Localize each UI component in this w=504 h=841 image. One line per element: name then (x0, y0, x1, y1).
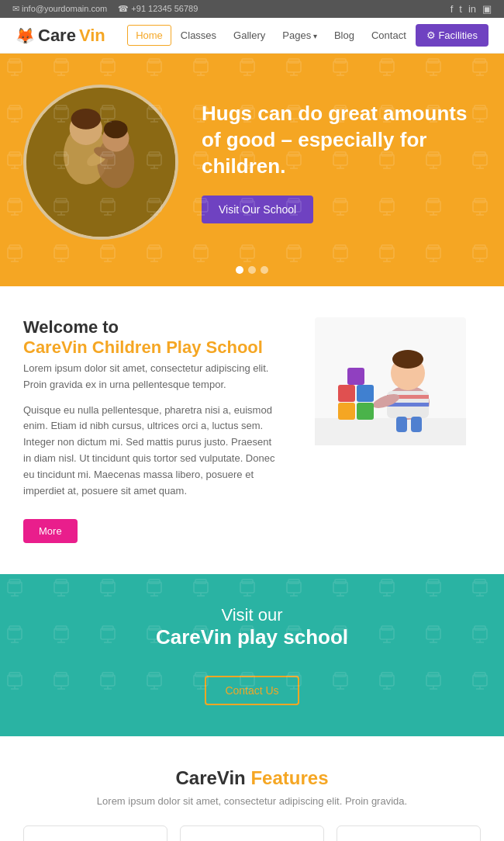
teal-heading-plain: Visit our (221, 605, 282, 625)
top-bar-contact: ✉ info@yourdomain.com ☎ +91 12345 56789 (12, 4, 198, 14)
svg-rect-29 (347, 368, 364, 385)
navbar: 🦊 CareVin Home Classes Gallery Pages Blo… (0, 18, 504, 54)
welcome-heading: Welcome to CareVin Children Play School (23, 317, 277, 358)
svg-rect-21 (411, 417, 422, 432)
features-heading-colored: Features (250, 767, 328, 788)
features-subtitle: Lorem ipsum dolor sit amet, consectetur … (23, 795, 481, 807)
hero-image (23, 85, 178, 240)
facebook-icon[interactable]: f (450, 3, 454, 15)
hero-dot-3[interactable] (261, 266, 268, 274)
hero-dot-2[interactable] (248, 266, 256, 274)
logo-vin: Vin (79, 26, 105, 46)
welcome-section: Welcome to CareVin Children Play School … (0, 286, 504, 574)
more-button[interactable]: More (23, 519, 78, 543)
nav-links: Home Classes Gallery Pages Blog Contact … (127, 24, 488, 47)
visit-school-button[interactable]: Visit Our School (202, 196, 313, 223)
hero-dots (236, 266, 268, 274)
nav-blog[interactable]: Blog (326, 26, 362, 45)
social-links: f t in ▣ (450, 3, 492, 15)
features-heading-plain: CareVin (176, 767, 246, 788)
twitter-icon[interactable]: t (459, 3, 462, 15)
email[interactable]: ✉ info@yourdomain.com (12, 4, 107, 14)
hero-heading: Hugs can do great amounts of good – espe… (202, 101, 481, 179)
logo-icon: 🦊 (16, 26, 35, 45)
top-bar: ✉ info@yourdomain.com ☎ +91 12345 56789 … (0, 0, 504, 18)
hero-dot-1[interactable] (236, 266, 243, 274)
svg-rect-25 (338, 403, 355, 420)
logo[interactable]: 🦊 CareVin (16, 26, 105, 46)
teal-heading-bold: CareVin play school (23, 625, 481, 649)
nav-classes[interactable]: Classes (173, 26, 224, 45)
linkedin-icon[interactable]: in (468, 3, 476, 15)
svg-point-11 (104, 120, 128, 138)
facilities-button[interactable]: Facilities (416, 24, 488, 47)
svg-point-10 (71, 109, 101, 130)
phone[interactable]: ☎ +91 12345 56789 (118, 4, 198, 14)
welcome-heading-plain: Welcome to (23, 317, 277, 337)
logo-care: Care (38, 26, 76, 46)
teal-banner: Visit our CareVin play school Contact Us (0, 574, 504, 736)
features-grid: 🏫 Fully Equiped With supporting text bel… (23, 825, 481, 841)
welcome-heading-colored: CareVin Children Play School (23, 337, 277, 358)
welcome-para1: Lorem ipsum dolor sit amet, consectetur … (23, 361, 277, 393)
nav-home[interactable]: Home (127, 25, 171, 46)
teal-heading: Visit our CareVin play school (23, 605, 481, 649)
feature-card-2: 🎨 Creative Ideas With supporting text be… (180, 825, 324, 841)
feature-card-1: 🏫 Fully Equiped With supporting text bel… (23, 825, 167, 841)
svg-rect-26 (357, 403, 374, 420)
svg-rect-15 (315, 418, 466, 445)
svg-rect-27 (338, 385, 355, 402)
nav-pages[interactable]: Pages (274, 26, 325, 45)
hero-section: Hugs can do great amounts of good – espe… (0, 54, 504, 286)
welcome-image-block (300, 317, 481, 445)
welcome-para2: Quisque eu nulla pellentesque, pharetra … (23, 403, 277, 500)
nav-gallery[interactable]: Gallery (226, 26, 273, 45)
svg-rect-28 (357, 385, 374, 402)
camera-icon[interactable]: ▣ (482, 3, 492, 15)
features-heading: CareVin Features (23, 767, 481, 789)
feature-card-3: 🚌 Transport Services With supporting tex… (337, 825, 481, 841)
teal-bg-pattern (0, 574, 504, 736)
hero-children-photo (26, 88, 175, 237)
welcome-text-block: Welcome to CareVin Children Play School … (23, 317, 277, 543)
svg-point-23 (392, 350, 423, 369)
svg-rect-20 (396, 417, 407, 432)
nav-contact[interactable]: Contact (364, 26, 414, 45)
contact-button[interactable]: Contact Us (205, 676, 299, 705)
features-section: CareVin Features Lorem ipsum dolor sit a… (0, 736, 504, 841)
hero-text-block: Hugs can do great amounts of good – espe… (202, 101, 481, 223)
